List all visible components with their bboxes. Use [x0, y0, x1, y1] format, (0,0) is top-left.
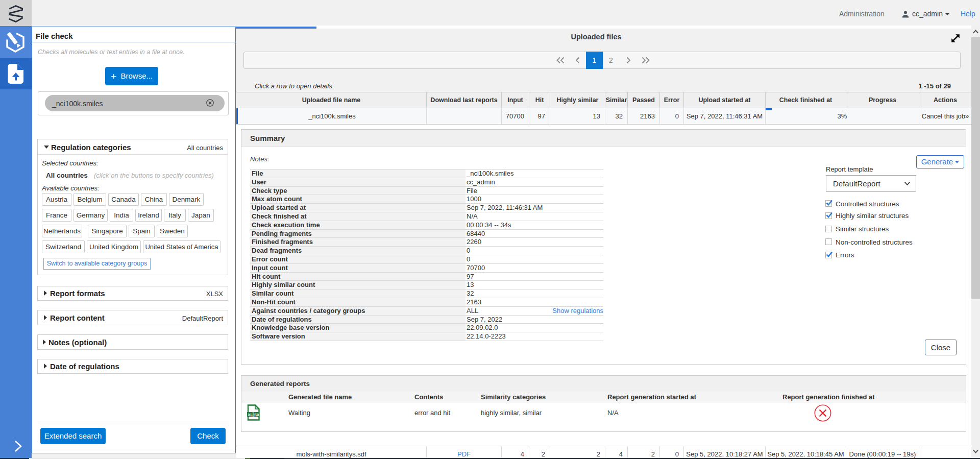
svg-text:SX: SX — [254, 413, 259, 417]
svg-text:XL: XL — [248, 413, 253, 417]
